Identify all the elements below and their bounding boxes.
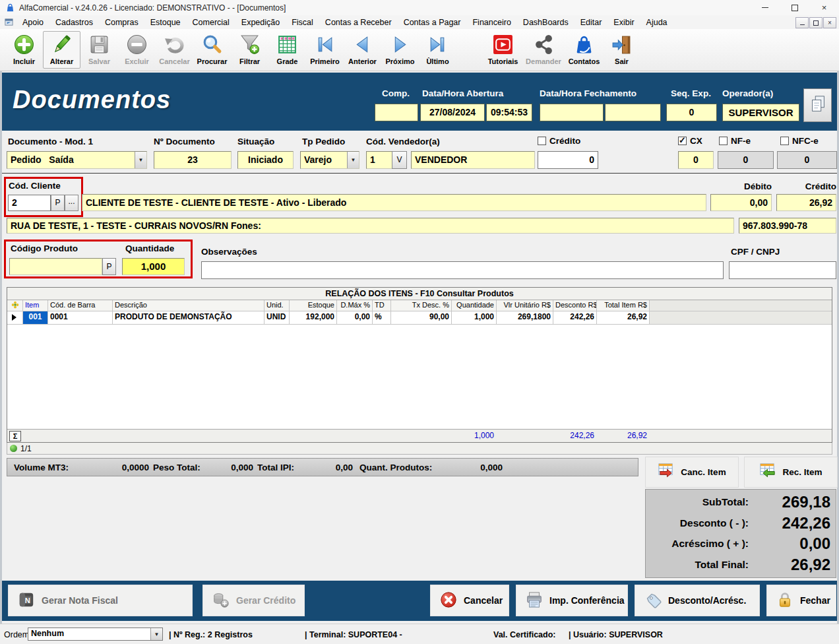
- num-documento-field[interactable]: 23: [154, 151, 232, 169]
- documento-tipo-select[interactable]: Pedido Saída ▼: [7, 151, 147, 169]
- menu-item-expedicao[interactable]: Expedição: [235, 16, 286, 29]
- ipi-value: 0,00: [303, 463, 353, 472]
- nfe-checkbox[interactable]: [719, 137, 728, 145]
- mdi-minimize-button[interactable]: [795, 17, 809, 28]
- incluir-button[interactable]: Incluir: [5, 31, 43, 69]
- nfce-checkbox[interactable]: [780, 137, 789, 145]
- credito-checkbox[interactable]: [538, 137, 546, 145]
- abertura-time-field[interactable]: 09:54:53: [486, 104, 532, 121]
- situacao-field[interactable]: Iniciado: [237, 151, 294, 169]
- menu-item-fiscal[interactable]: Fiscal: [286, 16, 319, 29]
- filtrar-button[interactable]: Filtrar: [231, 31, 268, 69]
- grade-button[interactable]: Grade: [268, 31, 306, 69]
- fechamento-date-field[interactable]: [540, 104, 604, 121]
- alterar-button[interactable]: Alterar: [43, 31, 80, 69]
- vendedor-code-field[interactable]: 1: [366, 151, 392, 169]
- excluir-button[interactable]: Excluir: [118, 31, 156, 69]
- menu-item-apoio[interactable]: Apoio: [16, 16, 49, 29]
- abertura-date-field[interactable]: 27/08/2024: [420, 104, 485, 121]
- situacao-label: Situação: [237, 137, 274, 146]
- cliente-info-field[interactable]: CLIENTE DE TESTE - CLIENTE DE TESTE - At…: [82, 194, 706, 211]
- exit-door-icon: [611, 34, 633, 57]
- gerar-credito-button[interactable]: Gerar Crédito: [202, 585, 305, 616]
- ordem-select[interactable]: Nenhum ▼: [28, 628, 163, 641]
- cod-cliente-field[interactable]: 2: [8, 195, 51, 211]
- fechar-button[interactable]: Fechar: [766, 585, 836, 616]
- col-header-vlr-unitario[interactable]: Vlr Unitário R$: [497, 300, 553, 311]
- col-header-item[interactable]: Item: [23, 300, 48, 311]
- desconto-acresc-button[interactable]: Desconto/Acrésc.: [635, 585, 760, 616]
- menu-item-exibir[interactable]: Exibir: [607, 16, 640, 29]
- cx-checkbox[interactable]: [678, 137, 687, 145]
- menu-item-ajuda[interactable]: Ajuda: [640, 16, 673, 29]
- tutoriais-button[interactable]: Tutoriais: [484, 31, 522, 69]
- close-button[interactable]: ×: [809, 0, 839, 15]
- col-header-desconto[interactable]: Desconto R$: [553, 300, 597, 311]
- mdi-document-icon[interactable]: [4, 17, 14, 27]
- restore-button[interactable]: [780, 0, 809, 15]
- quantidade-field[interactable]: 1,000: [122, 258, 185, 275]
- contatos-button[interactable]: Contatos: [565, 31, 603, 69]
- ultimo-button[interactable]: Ùltimo: [419, 31, 456, 69]
- col-header-total-item[interactable]: Total Item R$: [597, 300, 650, 311]
- cx-count-field[interactable]: 0: [678, 151, 714, 169]
- demander-button[interactable]: Demander: [522, 31, 565, 69]
- fechamento-time-field[interactable]: [605, 104, 661, 121]
- chevron-down-icon[interactable]: ▼: [347, 152, 359, 168]
- sair-button[interactable]: Sair: [603, 31, 640, 69]
- produto-pesquisa-button[interactable]: P: [102, 258, 116, 275]
- salvar-button[interactable]: Salvar: [80, 31, 118, 69]
- mdi-close-button[interactable]: ×: [823, 17, 836, 28]
- vendedor-name-field[interactable]: VENDEDOR: [411, 151, 535, 169]
- canc-item-button[interactable]: Canc. Item: [645, 457, 739, 488]
- imp-conferencia-button[interactable]: Imp. Conferência: [516, 585, 628, 616]
- menu-item-comercial[interactable]: Comercial: [187, 16, 235, 29]
- credito-count-field[interactable]: 0: [538, 151, 598, 169]
- col-header-cod-barra[interactable]: Cód. de Barra: [48, 300, 113, 311]
- seq-exp-field[interactable]: 0: [666, 104, 717, 121]
- vendedor-lookup-button[interactable]: V: [392, 151, 407, 169]
- menu-item-contas-a-receber[interactable]: Contas a Receber: [319, 16, 398, 29]
- fone-field[interactable]: 967.803.990-78: [739, 218, 836, 234]
- comp-field[interactable]: [375, 104, 418, 121]
- tp-pedido-select[interactable]: Varejo ▼: [300, 151, 359, 169]
- menu-item-estoque[interactable]: Estoque: [144, 16, 187, 29]
- cancelar-button[interactable]: Cancelar: [430, 585, 509, 616]
- copy-document-button[interactable]: [803, 88, 832, 122]
- cell-item: 001: [23, 311, 48, 325]
- table-row[interactable]: 001 0001 PRODUTO DE DEMONSTAÇÃO UNID 192…: [7, 311, 832, 325]
- menu-item-cadastros[interactable]: Cadastros: [49, 16, 99, 29]
- menu-item-contas-a-pagar[interactable]: Contas a Pagar: [398, 16, 467, 29]
- observacoes-field[interactable]: [201, 261, 724, 279]
- proximo-button[interactable]: Próximo: [381, 31, 419, 69]
- cpf-cnpj-field[interactable]: [729, 261, 836, 279]
- endereco-field[interactable]: RUA DE TESTE, 1 - TESTE - CURRAIS NOVOS/…: [7, 218, 734, 234]
- col-header-quantidade[interactable]: Quantidade: [452, 300, 497, 311]
- primeiro-button[interactable]: Primeiro: [306, 31, 344, 69]
- cliente-pesquisa-button[interactable]: P: [51, 195, 65, 211]
- cliente-dots-button[interactable]: ...: [65, 195, 78, 211]
- menu-item-dashboards[interactable]: DashBoards: [517, 16, 575, 29]
- col-header-estoque[interactable]: Estoque: [290, 300, 337, 311]
- cancelar-toolbar-button[interactable]: Cancelar: [156, 31, 193, 69]
- gerar-nota-fiscal-button[interactable]: N Gerar Nota Fiscal: [8, 585, 193, 616]
- chevron-down-icon[interactable]: ▼: [135, 152, 146, 168]
- procurar-button[interactable]: Procurar: [193, 31, 231, 69]
- col-header-unid[interactable]: Unid.: [264, 300, 290, 311]
- mdi-restore-button[interactable]: [809, 17, 823, 28]
- menu-item-financeiro[interactable]: Financeiro: [466, 16, 516, 29]
- menu-item-editar[interactable]: Editar: [575, 16, 608, 29]
- operador-field[interactable]: SUPERVISOR: [722, 104, 799, 121]
- col-header-descricao[interactable]: Descrição: [113, 300, 264, 311]
- rec-item-label: Rec. Item: [782, 467, 822, 477]
- col-header-dmax[interactable]: D.Máx %: [337, 300, 373, 311]
- anterior-button[interactable]: Anterior: [344, 31, 381, 69]
- chevron-down-icon[interactable]: ▼: [150, 628, 162, 640]
- codigo-produto-field[interactable]: [9, 258, 102, 275]
- row-pointer-icon: [7, 311, 23, 325]
- col-header-td[interactable]: TD: [373, 300, 391, 311]
- menu-item-compras[interactable]: Compras: [99, 16, 144, 29]
- col-header-tx-desc[interactable]: Tx Desc. %: [391, 300, 452, 311]
- rec-item-button[interactable]: Rec. Item: [744, 457, 838, 488]
- minimize-button[interactable]: [750, 0, 780, 15]
